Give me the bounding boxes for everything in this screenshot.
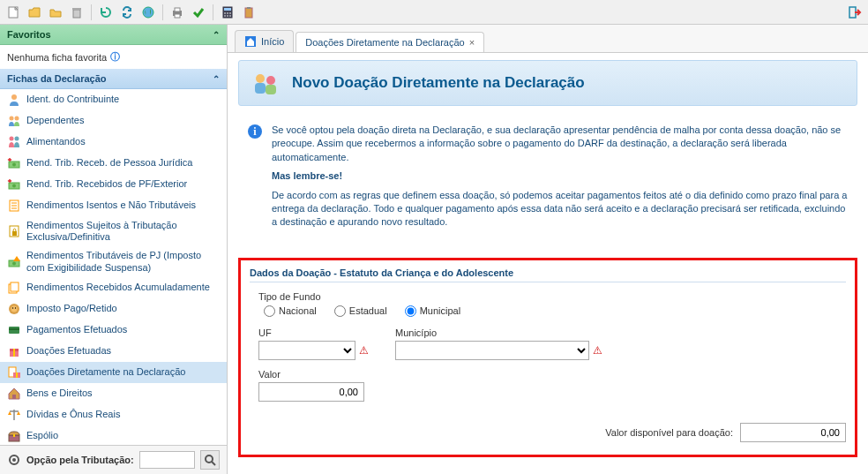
sidebar-item-9[interactable]: Imposto Pago/Retido — [0, 298, 227, 320]
tributacao-input[interactable] — [139, 451, 195, 469]
separator — [91, 4, 92, 20]
fichas-header[interactable]: Fichas da Declaração ⌃ — [0, 69, 227, 89]
uf-label: UF — [258, 327, 369, 338]
money-in-icon — [7, 156, 21, 170]
sidebar-item-11[interactable]: Doações Efetuadas — [0, 341, 227, 362]
search-icon[interactable] — [200, 450, 220, 470]
print-icon[interactable] — [168, 3, 187, 22]
sidebar-item-label: Doações Efetuadas — [26, 345, 111, 357]
person-icon — [7, 93, 21, 107]
check-icon[interactable] — [189, 3, 208, 22]
valor-input[interactable] — [258, 382, 364, 402]
doc-icon — [7, 199, 21, 213]
folder-icon[interactable] — [46, 3, 65, 22]
sidebar-item-15[interactable]: Espólio — [0, 425, 227, 445]
doc-stack-icon — [7, 281, 21, 295]
sidebar-item-10[interactable]: Pagamentos Efetuados — [0, 320, 227, 341]
chevron-up-icon: ⌃ — [213, 74, 220, 84]
sidebar-item-1[interactable]: Dependentes — [0, 110, 227, 132]
tab-0[interactable]: Início — [235, 30, 294, 52]
radio-municipal[interactable]: Municipal — [405, 305, 460, 317]
sidebar-item-12[interactable]: Doações Diretamente na Declaração — [0, 362, 227, 383]
sidebar-item-4[interactable]: Rend. Trib. Recebidos de PF/Exterior — [0, 174, 227, 195]
svg-point-24 — [12, 163, 16, 167]
svg-rect-6 — [175, 14, 180, 18]
sidebar-item-label: Dívidas e Ônus Reais — [26, 409, 120, 420]
sidebar-item-label: Rend. Trib. Recebidos de PF/Exterior — [26, 178, 187, 190]
ficha-list: Ident. do ContribuinteDependentesAliment… — [0, 89, 227, 445]
page-title-bar: Novo Doação Diretamente na Declaração — [238, 60, 857, 106]
main-toolbar — [0, 0, 868, 25]
svg-point-13 — [227, 15, 228, 17]
svg-point-60 — [256, 74, 265, 83]
uf-select[interactable] — [258, 341, 355, 360]
sidebar-item-6[interactable]: Rendimentos Sujeitos à Tributação Exclus… — [0, 216, 227, 246]
svg-point-21 — [10, 137, 14, 141]
world-icon[interactable] — [138, 3, 158, 22]
municipio-label: Município — [395, 327, 602, 338]
svg-point-9 — [224, 12, 226, 14]
valor-label: Valor — [258, 369, 846, 380]
chest-icon — [7, 429, 21, 443]
tab-label: Doações Diretamente na Declaração — [305, 37, 464, 48]
info-icon: i — [247, 124, 263, 139]
favorites-header[interactable]: Favoritos ⌃ — [0, 25, 227, 45]
sidebar-item-label: Dependentes — [26, 115, 84, 126]
radio-municipal-input[interactable] — [405, 305, 416, 317]
favorites-title: Favoritos — [7, 29, 51, 40]
radio-nacional-input[interactable] — [264, 305, 275, 317]
sidebar-item-13[interactable]: Bens e Direitos — [0, 383, 227, 404]
sidebar-item-7[interactable]: Rendimentos Tributáveis de PJ (Imposto c… — [0, 246, 227, 276]
radio-municipal-label: Municipal — [420, 305, 460, 316]
exit-icon[interactable] — [845, 3, 864, 22]
refresh-icon[interactable] — [96, 3, 116, 22]
warning-icon: ⚠ — [593, 344, 602, 357]
people-icon — [7, 114, 21, 128]
open-folder-icon[interactable] — [25, 3, 44, 22]
family-icon — [7, 135, 21, 149]
svg-point-11 — [229, 12, 231, 14]
new-doc-icon[interactable] — [4, 3, 23, 22]
sidebar-item-14[interactable]: Dívidas e Ônus Reais — [0, 404, 227, 425]
doc-lock-icon — [7, 224, 21, 238]
delete-icon[interactable] — [67, 3, 86, 22]
sidebar-item-3[interactable]: Rend. Trib. Receb. de Pessoa Jurídica — [0, 153, 227, 174]
close-icon[interactable]: × — [469, 37, 475, 48]
info-icon[interactable]: ⓘ — [110, 50, 120, 64]
separator — [213, 4, 213, 20]
radio-nacional[interactable]: Nacional — [264, 305, 317, 317]
radio-estadual-label: Estadual — [349, 305, 387, 316]
radio-estadual-input[interactable] — [334, 305, 346, 317]
sidebar-item-2[interactable]: Alimentandos — [0, 132, 227, 153]
svg-rect-45 — [13, 349, 15, 357]
sync-icon[interactable] — [117, 3, 137, 22]
radio-estadual[interactable]: Estadual — [334, 305, 387, 317]
calculator-icon[interactable] — [218, 3, 237, 22]
sidebar-item-label: Alimentandos — [26, 136, 86, 147]
tipo-fundo-radios: Nacional Estadual Municipal — [264, 305, 846, 317]
svg-rect-17 — [849, 7, 856, 18]
sidebar-item-8[interactable]: Rendimentos Recebidos Acumuladamente — [0, 277, 227, 298]
main-area: InícioDoações Diretamente na Declaração×… — [228, 25, 868, 474]
sidebar-item-label: Doações Diretamente na Declaração — [26, 366, 185, 378]
people-title-icon — [251, 70, 281, 96]
svg-rect-32 — [12, 231, 17, 236]
tipo-fundo-label: Tipo de Fundo — [258, 291, 846, 302]
disponivel-value — [740, 423, 846, 442]
section-title: Dados da Doação - Estatuto da Criança e … — [250, 267, 846, 282]
sidebar-item-label: Imposto Pago/Retido — [26, 303, 117, 314]
gear-icon[interactable] — [7, 453, 21, 467]
radio-nacional-label: Nacional — [279, 305, 317, 316]
svg-point-40 — [15, 307, 16, 308]
sidebar: Favoritos ⌃ Nenhuma ficha favorita ⓘ Fic… — [0, 25, 228, 474]
tab-1[interactable]: Doações Diretamente na Declaração× — [296, 32, 484, 52]
sidebar-item-5[interactable]: Rendimentos Isentos e Não Tributáveis — [0, 195, 227, 216]
sidebar-item-label: Ident. do Contribuinte — [26, 94, 119, 105]
svg-rect-42 — [9, 328, 19, 330]
sidebar-item-0[interactable]: Ident. do Contribuinte — [0, 89, 227, 110]
svg-point-3 — [143, 7, 153, 18]
municipio-select[interactable] — [395, 341, 589, 360]
sidebar-item-label: Rendimentos Recebidos Acumuladamente — [26, 282, 210, 293]
svg-rect-53 — [13, 434, 15, 437]
clipboard-icon[interactable] — [239, 3, 258, 22]
